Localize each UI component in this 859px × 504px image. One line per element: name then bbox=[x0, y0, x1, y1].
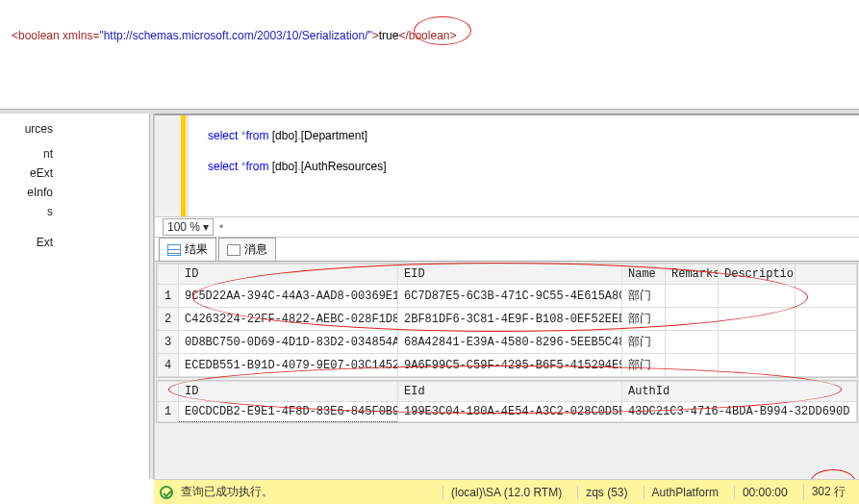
sql-panel: select *from [dbo].[Department] select *… bbox=[154, 113, 859, 479]
xml-style-note: This XML file does not appear to have an… bbox=[0, 0, 859, 3]
tree-item[interactable]: eExt bbox=[0, 164, 53, 183]
chevron-down-icon: ▾ bbox=[203, 220, 209, 234]
editor-change-marker bbox=[181, 115, 186, 216]
sql-editor[interactable]: select *from [dbo].[Department] select *… bbox=[155, 115, 859, 216]
xml-source: <boolean xmlns="http://schemas.microsoft… bbox=[12, 29, 456, 43]
status-bar: 查询已成功执行。 (local)\SA (12.0 RTM) zqs (53) … bbox=[154, 479, 859, 504]
sql-code[interactable]: select *from [dbo].[Department] select *… bbox=[189, 115, 386, 216]
tree-item[interactable]: s bbox=[0, 202, 53, 221]
tree-item[interactable]: eInfo bbox=[0, 183, 53, 202]
table-header-row[interactable]: ID EId AuthId bbox=[158, 382, 857, 402]
zoom-dropdown[interactable]: 100 % ▾ bbox=[163, 218, 214, 236]
tab-results[interactable]: 结果 bbox=[159, 238, 216, 261]
table-header-row[interactable]: ID EID Name Remarks Description bbox=[158, 265, 857, 285]
status-rows: 302 行 bbox=[803, 484, 853, 500]
tree-item[interactable]: nt bbox=[0, 144, 53, 164]
zoom-bar: 100 % ▾ • bbox=[155, 216, 859, 238]
grid-1[interactable]: ID EID Name Remarks Description 19C5D22A… bbox=[156, 263, 858, 378]
status-time: 00:00:00 bbox=[734, 486, 796, 499]
table-row[interactable]: 1E0CDCDB2-E9E1-4F8D-83E6-845F0B95620A199… bbox=[158, 402, 857, 422]
status-user: zqs (53) bbox=[577, 486, 635, 499]
object-explorer-fragment[interactable]: urcesnteExteInfosExt bbox=[0, 113, 53, 479]
result-tabs: 结果 消息 bbox=[155, 238, 859, 262]
zoom-marker-icon: • bbox=[219, 220, 223, 234]
grid-2[interactable]: ID EId AuthId 1E0CDCDB2-E9E1-4F8D-83E6-8… bbox=[156, 380, 858, 423]
tab-messages[interactable]: 消息 bbox=[218, 238, 276, 261]
results-area: ID EID Name Remarks Description 19C5D22A… bbox=[155, 262, 859, 479]
status-db: AuthPlatform bbox=[644, 486, 726, 499]
tree-item[interactable]: urces bbox=[0, 119, 53, 139]
status-message: 查询已成功执行。 bbox=[181, 484, 273, 500]
success-icon bbox=[160, 486, 173, 499]
table-row[interactable]: 2C4263224-22FF-4822-AEBC-028F1D82F4B52BF… bbox=[158, 308, 857, 331]
table-row[interactable]: 19C5D22AA-394C-44A3-AAD8-00369E1F5B866C7… bbox=[158, 285, 857, 308]
message-icon bbox=[227, 244, 240, 256]
grid-icon bbox=[167, 244, 181, 256]
table-row[interactable]: 30D8BC750-0D69-4D1D-83D2-034854A95D3568A… bbox=[158, 331, 857, 354]
status-server: (local)\SA (12.0 RTM) bbox=[442, 486, 569, 499]
table-row[interactable]: 4ECEDB551-B91D-4079-9E07-03C1452961CE9A6… bbox=[158, 354, 857, 377]
tree-item[interactable]: Ext bbox=[0, 233, 53, 252]
